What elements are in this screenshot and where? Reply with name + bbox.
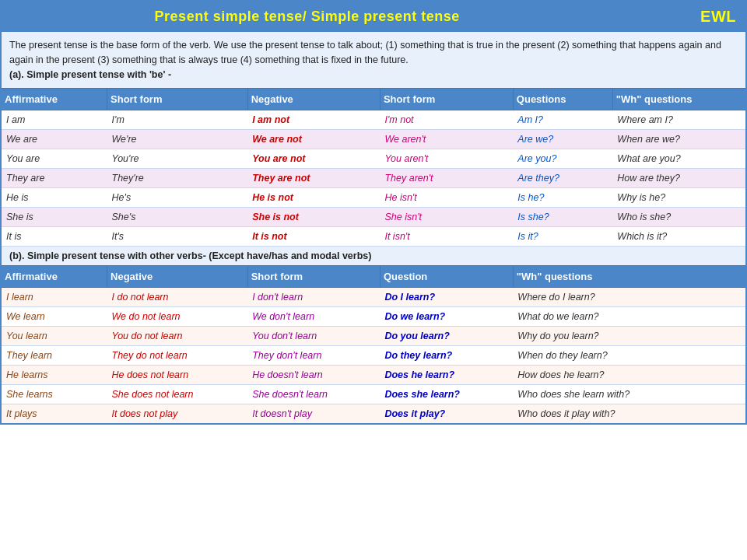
table-row: He isHe'sHe is notHe isn'tIs he?Why is h… <box>1 188 746 208</box>
cell-a-3-0: They are <box>1 169 107 188</box>
cell-a-2-3: You aren't <box>380 149 513 169</box>
cell-a-3-4: Are they? <box>513 169 612 188</box>
cell-a-5-5: Who is she? <box>612 208 746 227</box>
cell-a-4-3: He isn't <box>380 188 513 208</box>
cell-a-3-1: They're <box>107 169 248 188</box>
cell-b-3-0: They learn <box>1 346 107 366</box>
cell-a-5-4: Is she? <box>513 208 612 227</box>
table-row: We learnWe do not learnWe don't learnDo … <box>1 307 746 327</box>
cell-a-1-1: We're <box>107 130 248 149</box>
cell-a-1-2: We are not <box>247 130 380 149</box>
cell-a-6-0: It is <box>1 227 107 247</box>
part-b-header-row: Affirmative Negative Short form Question… <box>1 266 746 288</box>
header-a-negative: Negative <box>247 89 380 110</box>
cell-b-4-4: How does he learn? <box>513 366 746 385</box>
description-text: The present tense is the base form of th… <box>1 32 746 89</box>
cell-b-0-0: I learn <box>1 288 107 307</box>
cell-a-6-4: Is it? <box>513 227 612 247</box>
cell-a-3-5: How are they? <box>612 169 746 188</box>
cell-a-2-1: You're <box>107 149 248 169</box>
cell-b-5-2: She doesn't learn <box>247 385 380 404</box>
main-table: Present simple tense/ Simple present ten… <box>0 0 747 425</box>
cell-b-1-1: We do not learn <box>107 307 248 327</box>
header-a-affirmative: Affirmative <box>1 89 107 110</box>
cell-b-2-2: You don't learn <box>247 327 380 346</box>
desc-text: The present tense is the base form of th… <box>9 40 721 65</box>
cell-a-1-4: Are we? <box>513 130 612 149</box>
cell-b-5-1: She does not learn <box>107 385 248 404</box>
header-a-shortform2: Short form <box>380 89 513 110</box>
cell-a-5-1: She's <box>107 208 248 227</box>
cell-a-4-5: Why is he? <box>612 188 746 208</box>
description-row: The present tense is the base form of th… <box>1 32 746 89</box>
table-row: It playsIt does not playIt doesn't playD… <box>1 404 746 425</box>
cell-a-0-1: I'm <box>107 110 248 130</box>
section-b-label: (b). Simple present tense with other ver… <box>9 250 371 261</box>
cell-b-4-0: He learns <box>1 366 107 385</box>
cell-b-0-1: I do not learn <box>107 288 248 307</box>
cell-b-6-2: It doesn't play <box>247 404 380 425</box>
cell-a-0-4: Am I? <box>513 110 612 130</box>
section-a-label: (a). Simple present tense with 'be' - <box>9 69 171 80</box>
cell-a-5-0: She is <box>1 208 107 227</box>
cell-b-5-3: Does she learn? <box>380 385 513 404</box>
cell-b-3-3: Do they learn? <box>380 346 513 366</box>
cell-a-0-5: Where am I? <box>612 110 746 130</box>
header-b-shortform: Short form <box>247 266 380 288</box>
cell-b-0-4: Where do I learn? <box>513 288 746 307</box>
cell-b-6-0: It plays <box>1 404 107 425</box>
cell-a-3-3: They aren't <box>380 169 513 188</box>
cell-a-4-1: He's <box>107 188 248 208</box>
cell-a-2-0: You are <box>1 149 107 169</box>
cell-a-6-3: It isn't <box>380 227 513 247</box>
cell-a-4-4: Is he? <box>513 188 612 208</box>
cell-b-2-1: You do not learn <box>107 327 248 346</box>
cell-a-1-5: When are we? <box>612 130 746 149</box>
header-b-question: Question <box>380 266 513 288</box>
table-row: It isIt'sIt is notIt isn'tIs it?Which is… <box>1 227 746 247</box>
cell-b-3-4: When do they learn? <box>513 346 746 366</box>
table-row: I learnI do not learnI don't learnDo I l… <box>1 288 746 307</box>
header-a-wh: "Wh" questions <box>612 89 746 110</box>
cell-b-4-2: He doesn't learn <box>247 366 380 385</box>
cell-a-0-3: I'm not <box>380 110 513 130</box>
cell-b-2-3: Do you learn? <box>380 327 513 346</box>
cell-b-1-3: Do we learn? <box>380 307 513 327</box>
cell-a-6-2: It is not <box>247 227 380 247</box>
header-a-shortform1: Short form <box>107 89 248 110</box>
cell-b-6-1: It does not play <box>107 404 248 425</box>
cell-a-4-2: He is not <box>247 188 380 208</box>
cell-b-6-3: Does it play? <box>380 404 513 425</box>
table-row: They learnThey do not learnThey don't le… <box>1 346 746 366</box>
cell-b-2-0: You learn <box>1 327 107 346</box>
main-title: Present simple tense/ Simple present ten… <box>1 1 612 32</box>
table-row: He learnsHe does not learnHe doesn't lea… <box>1 366 746 385</box>
ewl-badge: EWL <box>612 1 746 32</box>
cell-b-0-3: Do I learn? <box>380 288 513 307</box>
table-row: I amI'mI am notI'm notAm I?Where am I? <box>1 110 746 130</box>
cell-b-1-0: We learn <box>1 307 107 327</box>
cell-b-1-4: What do we learn? <box>513 307 746 327</box>
cell-b-5-0: She learns <box>1 385 107 404</box>
header-b-affirmative: Affirmative <box>1 266 107 288</box>
header-b-wh: "Wh" questions <box>513 266 746 288</box>
part-a-header-row: Affirmative Short form Negative Short fo… <box>1 89 746 110</box>
table-row: She isShe'sShe is notShe isn'tIs she?Who… <box>1 208 746 227</box>
section-b-text: (b). Simple present tense with other ver… <box>1 247 746 266</box>
cell-a-2-5: What are you? <box>612 149 746 169</box>
cell-a-5-2: She is not <box>247 208 380 227</box>
header-a-questions: Questions <box>513 89 612 110</box>
cell-a-0-0: I am <box>1 110 107 130</box>
cell-b-6-4: Who does it play with? <box>513 404 746 425</box>
title-row: Present simple tense/ Simple present ten… <box>1 1 746 32</box>
cell-a-2-4: Are you? <box>513 149 612 169</box>
table-row: They areThey'reThey are notThey aren'tAr… <box>1 169 746 188</box>
table-row: You areYou'reYou are notYou aren'tAre yo… <box>1 149 746 169</box>
cell-b-4-3: Does he learn? <box>380 366 513 385</box>
cell-b-2-4: Why do you learn? <box>513 327 746 346</box>
cell-a-6-5: Which is it? <box>612 227 746 247</box>
header-b-negative: Negative <box>107 266 248 288</box>
cell-a-0-2: I am not <box>247 110 380 130</box>
table-row: You learnYou do not learnYou don't learn… <box>1 327 746 346</box>
table-row: We areWe'reWe are notWe aren'tAre we?Whe… <box>1 130 746 149</box>
